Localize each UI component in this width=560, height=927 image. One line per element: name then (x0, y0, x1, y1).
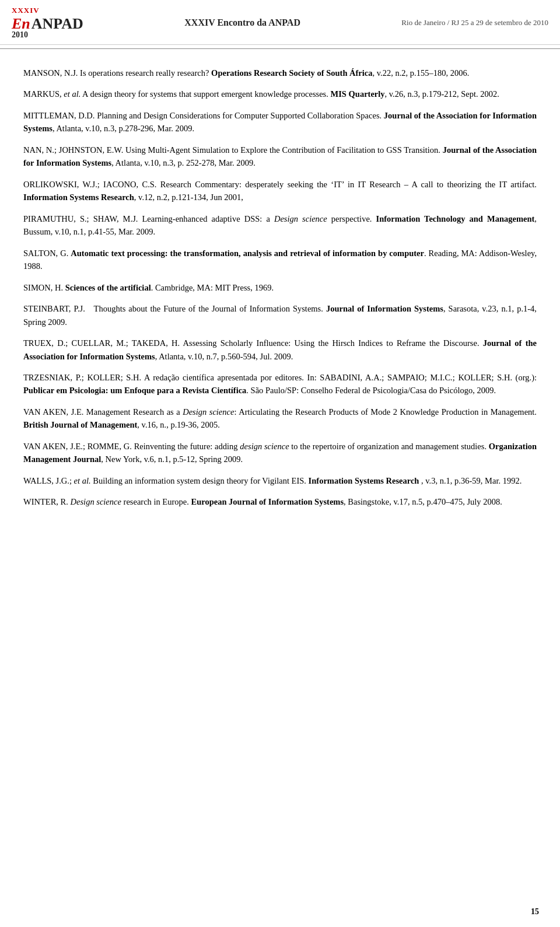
header-location: Rio de Janeiro / RJ 25 a 29 de setembro … (401, 18, 548, 27)
reference-truex: TRUEX, D.; CUELLAR, M.; TAKEDA, H. Asses… (23, 337, 537, 363)
reference-simon: SIMON, H. Sciences of the artificial. Ca… (23, 281, 537, 294)
reference-steinbart: STEINBART, P.J. Thoughts about the Futur… (23, 302, 537, 328)
reference-walls: WALLS, J.G.; et al. Building an informat… (23, 474, 537, 487)
page-number: 15 (531, 907, 539, 916)
reference-mittleman: MITTLEMAN, D.D. Planning and Design Cons… (23, 109, 537, 135)
references-content: MANSON, N.J. Is operations research real… (0, 56, 560, 540)
reference-vanaken2: VAN AKEN, J.E.; ROMME, G. Reinventing th… (23, 440, 537, 466)
reference-salton: SALTON, G. Automatic text processing: th… (23, 247, 537, 273)
header-divider (0, 48, 560, 49)
logo-anpad-text: ANPAD (32, 15, 83, 33)
logo-roman: XXXIV (12, 6, 40, 15)
reference-manson: MANSON, N.J. Is operations research real… (23, 67, 537, 79)
reference-piramuthu: PIRAMUTHU, S.; SHAW, M.J. Learning-enhan… (23, 212, 537, 239)
header-middle: XXXIV Encontro da ANPAD (95, 18, 390, 28)
reference-trzesniak: TRZESNIAK, P.; KOLLER; S.H. A redação ci… (23, 371, 537, 397)
logo-year: 2010 (12, 30, 28, 40)
page-header: XXXIV En ANPAD 2010 XXXIV Encontro da AN… (0, 0, 560, 45)
reference-markus: MARKUS, et al. A design theory for syste… (23, 88, 537, 100)
reference-orlikowski: ORLIKOWSKI, W.J.; IACONO, C.S. Research … (23, 178, 537, 204)
reference-vanaken1: VAN AKEN, J.E. Management Research as a … (23, 405, 537, 432)
conf-title: XXXIV Encontro da ANPAD (95, 18, 390, 28)
reference-winter: WINTER, R. Design science research in Eu… (23, 495, 537, 508)
reference-nan: NAN, N.; JOHNSTON, E.W. Using Multi-Agen… (23, 144, 537, 170)
logo-area: XXXIV En ANPAD 2010 (12, 6, 83, 40)
